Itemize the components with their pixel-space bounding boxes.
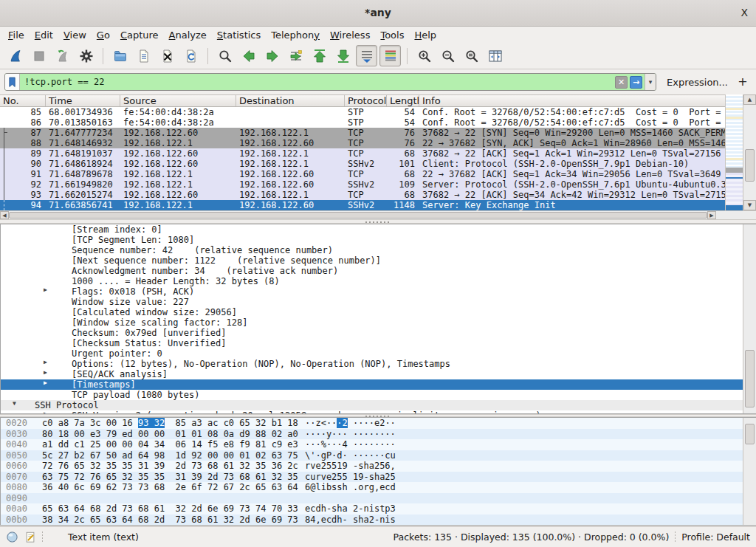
- menu-telephony[interactable]: Telephony: [266, 28, 325, 42]
- stop-capture-button[interactable]: [28, 45, 49, 66]
- capture-options-button[interactable]: [75, 45, 97, 66]
- go-first-packet-button[interactable]: [309, 45, 330, 66]
- scroll-up-button[interactable]: ▲: [743, 94, 756, 105]
- menu-analyze[interactable]: Analyze: [164, 28, 212, 42]
- column-header-time[interactable]: Time: [46, 95, 120, 106]
- packet-row[interactable]: 8871.648146932192.168.122.1192.168.122.6…: [0, 138, 725, 148]
- hex-row[interactable]: 006072 76 65 32 35 35 31 39 2d 73 68 61 …: [1, 461, 755, 472]
- auto-scroll-toggle-button[interactable]: [356, 45, 377, 66]
- hex-row[interactable]: 0090: [1, 493, 755, 504]
- filter-apply-button[interactable]: →: [630, 76, 642, 89]
- packet-list-hscrollbar[interactable]: ◀ ▶: [0, 210, 716, 219]
- detail-row[interactable]: ▶[SEQ/ACK analysis]: [1, 369, 755, 379]
- scrollbar-thumb[interactable]: [745, 424, 755, 444]
- packet-row[interactable]: 9271.661949820192.168.122.1192.168.122.6…: [0, 179, 725, 190]
- go-back-button[interactable]: [238, 45, 259, 66]
- hex-row[interactable]: 007063 75 72 76 65 32 35 35 31 39 2d 73 …: [1, 472, 755, 483]
- column-header-no[interactable]: No.: [0, 95, 46, 106]
- restart-capture-button[interactable]: [52, 45, 73, 66]
- scroll-right-button[interactable]: ▶: [707, 211, 716, 219]
- hex-row[interactable]: 003080 18 00 e3 79 ed 00 00 01 01 08 0a …: [1, 429, 755, 440]
- capture-comment-button[interactable]: [24, 531, 36, 543]
- save-capture-file-button[interactable]: [133, 45, 154, 66]
- reload-capture-file-button[interactable]: [180, 45, 202, 66]
- expert-info-button[interactable]: [6, 531, 18, 543]
- go-to-packet-button[interactable]: [285, 45, 306, 66]
- hex-row[interactable]: 00b038 34 2c 65 63 64 68 2d 73 68 61 32 …: [1, 515, 755, 526]
- detail-row[interactable]: Acknowledgment number: 34 (relative ack …: [1, 266, 755, 276]
- packet-row[interactable]: 9171.648789678192.168.122.1192.168.122.6…: [0, 169, 725, 179]
- zoom-reset-button[interactable]: [461, 45, 482, 66]
- go-forward-button[interactable]: [261, 45, 283, 66]
- scrollbar-thumb[interactable]: [9, 212, 707, 219]
- detail-row-protocol-root[interactable]: ▼SSH Protocol: [1, 400, 755, 410]
- hex-row[interactable]: 00a065 63 64 68 2d 73 68 61 32 2d 6e 69 …: [1, 503, 755, 515]
- column-header-destination[interactable]: Destination: [236, 95, 345, 106]
- filter-bookmark-button[interactable]: [5, 74, 20, 90]
- packet-row-selected[interactable]: 9471.663856741192.168.122.1192.168.122.6…: [0, 200, 725, 210]
- menu-tools[interactable]: Tools: [375, 28, 409, 42]
- detail-row[interactable]: [Window size scaling factor: 128]: [1, 317, 755, 328]
- bytes-vscrollbar[interactable]: [743, 418, 756, 525]
- open-capture-file-button[interactable]: [109, 45, 131, 66]
- column-header-source[interactable]: Source: [120, 95, 236, 106]
- scrollbar-thumb[interactable]: [745, 350, 755, 407]
- column-header-length[interactable]: Length: [387, 95, 419, 106]
- start-capture-button[interactable]: [4, 45, 26, 66]
- packet-row[interactable]: 8568.001734936fe:54:00:d4:38:2aSTP54Conf…: [0, 107, 725, 117]
- filter-clear-button[interactable]: ✕: [615, 76, 628, 89]
- packet-row[interactable]: 8771.647777234192.168.122.60192.168.122.…: [0, 128, 725, 138]
- details-vscrollbar[interactable]: [743, 224, 756, 413]
- menu-edit[interactable]: Edit: [30, 28, 58, 42]
- column-header-info[interactable]: Info: [419, 95, 725, 106]
- detail-row[interactable]: 1000 .... = Header Length: 32 bytes (8): [1, 276, 755, 286]
- detail-row[interactable]: Window size value: 227: [1, 297, 755, 307]
- add-filter-button[interactable]: +: [735, 75, 750, 89]
- resize-columns-button[interactable]: [484, 45, 506, 66]
- detail-row[interactable]: [Next sequence number: 1122 (relative se…: [1, 255, 755, 266]
- detail-row[interactable]: [TCP Segment Len: 1080]: [1, 235, 755, 245]
- packet-row[interactable]: 9371.662015274192.168.122.60192.168.122.…: [0, 190, 725, 200]
- packet-row[interactable]: 8971.648191037192.168.122.60192.168.122.…: [0, 148, 725, 159]
- detail-row[interactable]: Sequence number: 42 (relative sequence n…: [1, 245, 755, 255]
- detail-row-selected[interactable]: ▶[Timestamps]: [1, 379, 755, 390]
- packet-list-vscrollbar[interactable]: ▲ ▼: [743, 94, 756, 210]
- packet-row[interactable]: 8670.013850163fe:54:00:d4:38:2aSTP54Conf…: [0, 117, 725, 128]
- detail-row[interactable]: Checksum: 0x79ed [unverified]: [1, 328, 755, 338]
- hex-row[interactable]: 0020c0 a8 7a 3c 00 16 93 32 85 a3 ac c0 …: [1, 418, 755, 429]
- zoom-in-button[interactable]: [413, 45, 435, 66]
- close-button[interactable]: X: [740, 7, 748, 18]
- colorize-toggle-button[interactable]: [379, 45, 401, 66]
- hex-row[interactable]: 0040a1 dd c1 25 00 00 04 34 06 14 f5 e8 …: [1, 439, 755, 450]
- menu-wireless[interactable]: Wireless: [325, 28, 375, 42]
- scroll-left-button[interactable]: ◀: [0, 211, 9, 219]
- display-filter-input[interactable]: [20, 74, 615, 90]
- menu-help[interactable]: Help: [409, 28, 441, 42]
- detail-row[interactable]: [Checksum Status: Unverified]: [1, 338, 755, 348]
- packet-row[interactable]: 9071.648618924192.168.122.60192.168.122.…: [0, 159, 725, 169]
- menu-file[interactable]: File: [3, 28, 30, 42]
- title-bar[interactable]: *any X: [0, 0, 756, 27]
- filter-dropdown-button[interactable]: ▾: [645, 74, 656, 90]
- expression-button[interactable]: Expression...: [656, 77, 735, 88]
- menu-capture[interactable]: Capture: [115, 28, 164, 42]
- zoom-out-button[interactable]: [437, 45, 458, 66]
- scroll-down-button[interactable]: ▼: [743, 200, 756, 210]
- menu-statistics[interactable]: Statistics: [212, 28, 266, 42]
- scrollbar-thumb[interactable]: [745, 149, 755, 182]
- profile-text[interactable]: Profile: Default: [681, 531, 750, 543]
- hex-row[interactable]: 008036 40 6c 69 62 73 73 68 2e 6f 72 67 …: [1, 482, 755, 493]
- detail-row[interactable]: ▶Options: (12 bytes), No-Operation (NOP)…: [1, 359, 755, 369]
- detail-row[interactable]: ▶Flags: 0x018 (PSH, ACK): [1, 286, 755, 297]
- hex-row[interactable]: 00505c 27 b2 67 50 ad 64 98 1d 92 00 00 …: [1, 450, 755, 461]
- detail-row[interactable]: Urgent pointer: 0: [1, 348, 755, 359]
- detail-row[interactable]: TCP payload (1080 bytes): [1, 390, 755, 400]
- packet-minimap[interactable]: [725, 94, 743, 210]
- close-capture-file-button[interactable]: [157, 45, 178, 66]
- find-packet-button[interactable]: [214, 45, 236, 66]
- menu-go[interactable]: Go: [92, 28, 115, 42]
- go-last-packet-button[interactable]: [332, 45, 354, 66]
- menu-view[interactable]: View: [58, 28, 92, 42]
- column-header-protocol[interactable]: Protocol: [345, 95, 387, 106]
- detail-row[interactable]: [Stream index: 0]: [1, 224, 755, 235]
